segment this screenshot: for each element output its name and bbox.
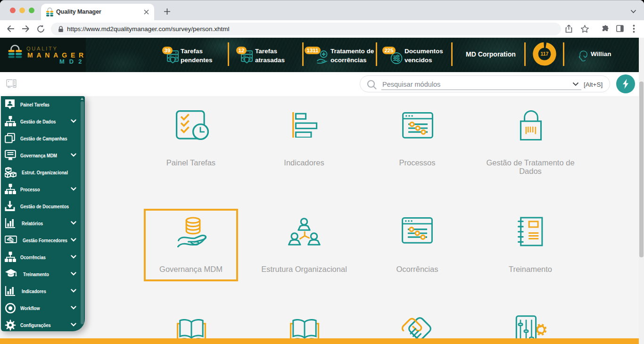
svg-text:117: 117: [541, 51, 549, 57]
